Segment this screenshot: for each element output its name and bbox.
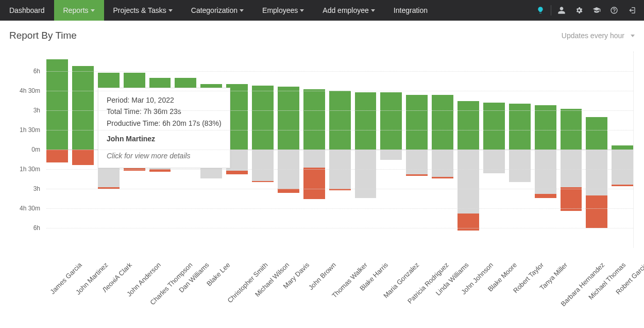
x-tick: James Garcia [46, 261, 68, 327]
bar-productive [535, 105, 556, 150]
x-tick: Barbara Hernandez [561, 261, 582, 327]
nav-item[interactable]: Projects & Tasks [104, 0, 182, 21]
page-title: Report By Time [9, 30, 77, 41]
nav-item-label: Reports [63, 0, 89, 21]
x-tick: John Johnson [458, 261, 480, 327]
nav-item[interactable]: Categorization [182, 0, 253, 21]
x-axis-labels: James GarciaJohn MartinezЛеонiA ClarkJoh… [46, 261, 634, 327]
bar-unproductive [432, 177, 453, 178]
nav-item[interactable]: Add employee [313, 0, 384, 21]
bar-idle [278, 150, 299, 193]
bar-unproductive [278, 189, 299, 193]
x-tick: John Brown [303, 261, 325, 327]
x-tick: ЛеонiA Clark [98, 261, 120, 327]
y-tick-label: 4h 30m [6, 205, 43, 212]
top-nav: DashboardReportsProjects & TasksCategori… [0, 0, 644, 21]
bar-unproductive [406, 174, 428, 176]
bar-idle [406, 150, 428, 176]
chevron-down-icon [300, 9, 304, 12]
bar-idle [175, 150, 196, 167]
x-tick: Blake Moore [483, 261, 505, 327]
x-tick: Michael Thomas [586, 261, 608, 327]
bar-idle [355, 150, 377, 198]
help-icon[interactable] [606, 0, 622, 21]
y-tick-label: 1h 30m [6, 126, 43, 134]
chart: 0m1h 30m3h4h 30m6h1h 30m3h4h 30m6h Perio… [6, 52, 638, 327]
nav-item[interactable]: Reports [54, 0, 104, 21]
x-tick: Robert Garcia [612, 261, 634, 327]
chevron-down-icon [240, 9, 244, 12]
bar-productive [483, 103, 505, 150]
logout-icon[interactable] [623, 0, 640, 21]
bar-idle [432, 150, 453, 178]
x-tick: Christopher Smith [226, 261, 248, 327]
gear-icon[interactable] [571, 0, 587, 21]
bar-idle [200, 150, 222, 178]
bar-unproductive [303, 168, 325, 199]
bar-productive [226, 84, 248, 150]
nav-right [532, 0, 644, 21]
user-icon[interactable] [553, 0, 570, 21]
chevron-down-icon [91, 9, 95, 12]
bar-productive [278, 87, 299, 150]
nav-item[interactable]: Integration [384, 0, 437, 21]
bar-productive [72, 66, 94, 150]
y-tick-label: 6h [6, 68, 43, 75]
bar-productive [200, 84, 222, 150]
chevron-down-icon [168, 9, 173, 12]
bar-productive [303, 89, 325, 150]
bar-unproductive [226, 171, 248, 175]
bar-unproductive [561, 187, 582, 211]
x-tick: Patricia Rodriguez [406, 261, 428, 327]
bar-productive [406, 95, 428, 150]
nav-item-label: Projects & Tasks [113, 0, 166, 21]
y-tick-label: 4h 30m [6, 87, 43, 94]
bar-unproductive [72, 150, 94, 165]
nav-spacer [437, 0, 532, 21]
bar-productive [561, 109, 582, 150]
chevron-down-icon [631, 35, 635, 37]
bar-idle [612, 150, 633, 186]
x-tick: John Martinez [72, 261, 94, 327]
bar-unproductive [535, 194, 556, 198]
title-row: Report By Time Updates every hour [6, 25, 638, 41]
y-tick-label: 1h 30m [6, 166, 43, 173]
y-tick-label: 3h [6, 185, 43, 192]
bar-productive [380, 92, 402, 150]
bar-idle [535, 150, 556, 198]
nav-separator [551, 5, 551, 15]
x-tick: Thomas Walker [329, 261, 351, 327]
nav-left: DashboardReportsProjects & TasksCategori… [0, 0, 437, 21]
x-tick-label: Robert Garcia [614, 261, 644, 296]
bar-idle [124, 150, 145, 171]
bar-idle [509, 150, 531, 182]
x-tick: Mary Davis [278, 261, 299, 327]
nav-item[interactable]: Dashboard [0, 0, 54, 21]
x-tick: Maria Gonzalez [381, 261, 402, 327]
nav-item-label: Categorization [191, 0, 238, 21]
bar-productive [175, 78, 196, 150]
bar-productive [252, 86, 274, 150]
page: Report By Time Updates every hour 0m1h 3… [0, 21, 644, 328]
nav-item[interactable]: Employees [253, 0, 313, 21]
tips-icon[interactable] [532, 0, 549, 21]
x-tick: Charles Thompson [149, 261, 171, 327]
x-tick: John Anderson [124, 261, 145, 327]
plot-area[interactable]: Period: Mar 10, 2022 Total Time: 7h 36m … [46, 52, 634, 248]
bar-unproductive [586, 195, 607, 228]
x-tick: Michael Wilson [252, 261, 274, 327]
nav-item-label: Add employee [323, 0, 369, 21]
nav-item-label: Employees [262, 0, 298, 21]
bar-unproductive [46, 150, 68, 162]
x-tick: Robert Taylor [509, 261, 531, 327]
bar-productive [612, 145, 633, 150]
learn-icon[interactable] [588, 0, 605, 21]
bar-idle [380, 150, 402, 160]
updates-toggle[interactable]: Updates every hour [562, 31, 635, 40]
bar-productive [432, 95, 453, 150]
bar-productive [98, 73, 120, 150]
updates-label: Updates every hour [562, 31, 624, 40]
bar-idle [252, 150, 274, 182]
bar-productive [124, 73, 145, 150]
x-tick: Blake Lee [200, 261, 222, 327]
